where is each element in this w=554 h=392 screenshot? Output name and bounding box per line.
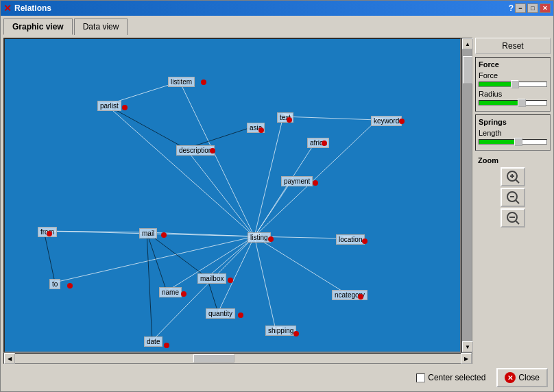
node-dot-ncategory (358, 294, 363, 299)
svg-line-26 (147, 232, 207, 278)
node-dot-listing (268, 236, 274, 242)
help-icon[interactable]: ? (509, 3, 514, 13)
radius-slider[interactable] (479, 100, 547, 106)
node-date[interactable]: date (144, 336, 162, 347)
node-dot-shipping (293, 331, 299, 336)
title-bar: ✕ Relations ? − □ ✕ (1, 1, 553, 16)
graph-svg (5, 39, 460, 352)
length-slider[interactable] (479, 139, 547, 145)
tabs-bar: Graphic view Data view (3, 19, 551, 35)
node-dot-mail (161, 232, 167, 238)
node-listing[interactable]: listing (248, 232, 271, 243)
node-dot-payment (313, 180, 318, 186)
reset-button[interactable]: Reset (475, 38, 551, 54)
close-button[interactable]: ✕ Close (496, 368, 548, 387)
minimize-button[interactable]: − (515, 3, 526, 13)
node-dot-asia (258, 127, 264, 133)
force-section-title: Force (479, 60, 547, 69)
node-location[interactable]: location (336, 234, 365, 245)
node-dot-parlist (122, 105, 128, 110)
node-dot-from (47, 231, 52, 236)
zoom-out-icon (505, 210, 520, 225)
scroll-right-button[interactable]: ▶ (461, 353, 472, 364)
node-listitem[interactable]: listitem (168, 77, 195, 87)
window-close-x[interactable]: ✕ (3, 3, 12, 14)
length-slider-thumb[interactable] (514, 138, 522, 146)
svg-line-39 (516, 200, 519, 204)
main-window: ✕ Relations ? − □ ✕ Graphic view Data vi… (0, 0, 554, 392)
scroll-left-button[interactable]: ◀ (4, 353, 15, 364)
zoom-out-button[interactable] (501, 208, 525, 228)
node-name[interactable]: name (159, 287, 182, 297)
springs-section: Springs Length (475, 114, 551, 151)
radius-slider-fill (479, 101, 523, 105)
svg-line-4 (186, 149, 254, 236)
svg-line-0 (180, 82, 254, 236)
node-dot-location (362, 238, 368, 244)
graph-scroll-wrapper: listitem parlist text asia (3, 38, 472, 353)
radius-slider-thumb[interactable] (518, 99, 526, 107)
center-selected-checkbox[interactable] (416, 373, 425, 382)
force-slider[interactable] (479, 82, 547, 87)
graph-viewport[interactable]: listitem parlist text asia (3, 38, 461, 353)
node-dot-text (287, 117, 292, 123)
node-dot-date (164, 343, 169, 348)
svg-line-15 (254, 236, 276, 330)
node-dot-listitem (201, 79, 206, 85)
zoom-label: Zoom (478, 156, 548, 164)
svg-line-42 (516, 221, 519, 224)
tab-graphic-view[interactable]: Graphic view (3, 19, 73, 35)
tab-data-view[interactable]: Data view (74, 19, 128, 35)
force-label: Force (479, 71, 547, 79)
force-slider-row: Force (479, 71, 547, 87)
force-slider-thumb[interactable] (511, 80, 519, 88)
svg-line-1 (106, 105, 254, 236)
node-mail[interactable]: mail (139, 228, 157, 238)
scrollbar-horizontal[interactable]: ◀ ▶ (3, 353, 472, 364)
node-quantity[interactable]: quantity (206, 308, 235, 319)
scroll-h-track (15, 354, 461, 363)
node-dot-mailbox (228, 278, 233, 283)
scroll-v-track (462, 49, 472, 341)
zoom-in-button[interactable] (501, 167, 525, 186)
node-keyword[interactable]: keyword (371, 116, 402, 126)
node-to[interactable]: to (49, 279, 60, 289)
close-button-titlebar[interactable]: ✕ (540, 3, 551, 13)
node-description[interactable]: description (176, 145, 215, 156)
node-dot-quantity (238, 313, 243, 318)
node-shipping[interactable]: shipping (265, 326, 296, 336)
svg-line-28 (147, 232, 152, 341)
svg-line-2 (254, 117, 283, 236)
svg-line-6 (254, 181, 291, 236)
zoom-reset-icon (505, 190, 520, 205)
node-mailbox[interactable]: mailbox (197, 273, 226, 284)
springs-section-title: Springs (479, 118, 547, 126)
content-area: Graphic view Data view (1, 16, 553, 391)
svg-line-17 (283, 117, 377, 120)
scrollbar-vertical[interactable]: ▲ ▼ (461, 38, 472, 353)
scroll-down-button[interactable]: ▼ (462, 341, 473, 352)
scroll-h-thumb[interactable] (193, 354, 234, 363)
close-button-icon: ✕ (505, 372, 516, 383)
length-label: Length (479, 129, 547, 137)
svg-line-36 (516, 180, 519, 183)
center-selected-area: Center selected (416, 373, 485, 382)
svg-line-12 (207, 236, 254, 278)
node-dot-africa (322, 140, 327, 146)
svg-line-31 (106, 105, 186, 149)
scroll-v-thumb[interactable] (463, 56, 472, 84)
graph-canvas[interactable]: listitem parlist text asia (5, 39, 460, 352)
node-payment[interactable]: payment (281, 176, 313, 186)
right-panel: Reset Force Force Radius (475, 38, 551, 364)
window-title: Relations (14, 3, 51, 13)
scroll-up-button[interactable]: ▲ (462, 38, 473, 49)
center-selected-label: Center selected (428, 373, 485, 382)
zoom-in-icon (505, 169, 520, 184)
svg-line-29 (44, 231, 55, 282)
zoom-reset-button[interactable] (501, 188, 525, 207)
graph-container: listitem parlist text asia (3, 38, 472, 364)
svg-line-27 (147, 232, 167, 291)
maximize-button[interactable]: □ (527, 3, 538, 13)
node-parlist[interactable]: parlist (97, 101, 121, 111)
force-section: Force Force Radius (475, 57, 551, 112)
